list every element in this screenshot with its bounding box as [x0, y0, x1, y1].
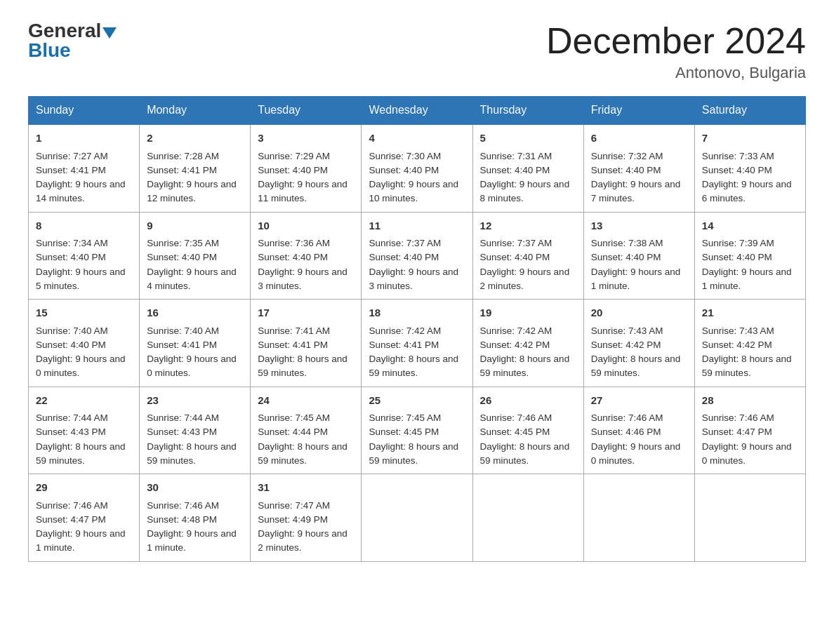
sunset-text: Sunset: 4:42 PM: [591, 338, 687, 352]
daylight-text: Daylight: 9 hours and 8 minutes.: [480, 177, 576, 206]
calendar-cell: 27Sunrise: 7:46 AMSunset: 4:46 PMDayligh…: [583, 387, 694, 474]
sunrise-text: Sunrise: 7:37 AM: [369, 236, 465, 250]
sunrise-text: Sunrise: 7:46 AM: [702, 411, 798, 425]
sunset-text: Sunset: 4:42 PM: [702, 338, 798, 352]
daylight-text: Daylight: 9 hours and 6 minutes.: [702, 177, 798, 206]
day-number: 23: [147, 393, 243, 409]
calendar-cell: 28Sunrise: 7:46 AMSunset: 4:47 PMDayligh…: [694, 387, 805, 474]
calendar-body: 1Sunrise: 7:27 AMSunset: 4:41 PMDaylight…: [29, 124, 806, 561]
sunrise-text: Sunrise: 7:44 AM: [147, 411, 243, 425]
calendar-cell: 2Sunrise: 7:28 AMSunset: 4:41 PMDaylight…: [140, 124, 251, 212]
logo-blue-line: Blue: [28, 41, 71, 60]
sunset-text: Sunset: 4:41 PM: [147, 338, 243, 352]
daylight-text: Daylight: 9 hours and 0 minutes.: [702, 440, 798, 469]
sunrise-text: Sunrise: 7:40 AM: [36, 324, 132, 338]
calendar-cell: 15Sunrise: 7:40 AMSunset: 4:40 PMDayligh…: [29, 300, 140, 387]
day-number: 18: [369, 305, 465, 321]
daylight-text: Daylight: 8 hours and 59 minutes.: [702, 352, 798, 381]
calendar-header: Sunday Monday Tuesday Wednesday Thursday…: [29, 97, 806, 125]
daylight-text: Daylight: 9 hours and 1 minute.: [702, 265, 798, 294]
header: General Blue December 2024 Antonovo, Bul…: [28, 21, 806, 82]
day-number: 12: [480, 218, 576, 234]
month-title: December 2024: [546, 21, 806, 61]
day-number: 9: [147, 218, 243, 234]
day-number: 30: [147, 480, 243, 496]
calendar-cell: 23Sunrise: 7:44 AMSunset: 4:43 PMDayligh…: [140, 387, 251, 474]
daylight-text: Daylight: 9 hours and 5 minutes.: [36, 265, 132, 294]
calendar-week-3: 15Sunrise: 7:40 AMSunset: 4:40 PMDayligh…: [29, 300, 806, 387]
sunrise-text: Sunrise: 7:46 AM: [147, 499, 243, 513]
sunset-text: Sunset: 4:40 PM: [480, 250, 576, 264]
daylight-text: Daylight: 9 hours and 3 minutes.: [369, 265, 465, 294]
calendar-cell: 30Sunrise: 7:46 AMSunset: 4:48 PMDayligh…: [140, 474, 251, 562]
sunset-text: Sunset: 4:40 PM: [36, 250, 132, 264]
day-number: 6: [591, 130, 687, 147]
day-number: 14: [702, 218, 798, 234]
daylight-text: Daylight: 8 hours and 59 minutes.: [480, 352, 576, 381]
calendar-week-5: 29Sunrise: 7:46 AMSunset: 4:47 PMDayligh…: [29, 474, 806, 562]
sunset-text: Sunset: 4:48 PM: [147, 513, 243, 527]
header-friday: Friday: [583, 97, 694, 125]
sunrise-text: Sunrise: 7:39 AM: [702, 236, 798, 250]
calendar-cell: 11Sunrise: 7:37 AMSunset: 4:40 PMDayligh…: [362, 212, 472, 300]
day-number: 27: [591, 393, 687, 409]
daylight-text: Daylight: 9 hours and 1 minute.: [36, 527, 132, 556]
logo-general-text: General: [28, 20, 101, 41]
sunrise-text: Sunrise: 7:42 AM: [369, 324, 465, 338]
calendar-cell: 29Sunrise: 7:46 AMSunset: 4:47 PMDayligh…: [29, 474, 140, 562]
sunset-text: Sunset: 4:42 PM: [480, 338, 576, 352]
daylight-text: Daylight: 8 hours and 59 minutes.: [147, 440, 243, 469]
header-wednesday: Wednesday: [362, 97, 472, 125]
calendar-cell: 17Sunrise: 7:41 AMSunset: 4:41 PMDayligh…: [251, 300, 362, 387]
daylight-text: Daylight: 9 hours and 4 minutes.: [147, 265, 243, 294]
sunrise-text: Sunrise: 7:29 AM: [258, 149, 354, 163]
daylight-text: Daylight: 9 hours and 3 minutes.: [258, 265, 354, 294]
daylight-text: Daylight: 9 hours and 0 minutes.: [147, 352, 243, 381]
daylight-text: Daylight: 9 hours and 2 minutes.: [258, 527, 354, 556]
sunrise-text: Sunrise: 7:37 AM: [480, 236, 576, 250]
day-number: 22: [36, 393, 132, 409]
sunrise-text: Sunrise: 7:46 AM: [591, 411, 687, 425]
sunset-text: Sunset: 4:43 PM: [147, 425, 243, 439]
sunset-text: Sunset: 4:40 PM: [591, 250, 687, 264]
sunrise-text: Sunrise: 7:46 AM: [36, 499, 132, 513]
daylight-text: Daylight: 9 hours and 0 minutes.: [591, 440, 687, 469]
daylight-text: Daylight: 9 hours and 7 minutes.: [591, 177, 687, 206]
daylight-text: Daylight: 9 hours and 14 minutes.: [36, 177, 132, 206]
day-number: 10: [258, 218, 354, 234]
location: Antonovo, Bulgaria: [546, 64, 806, 82]
day-number: 28: [702, 393, 798, 409]
calendar-cell: 22Sunrise: 7:44 AMSunset: 4:43 PMDayligh…: [29, 387, 140, 474]
sunrise-text: Sunrise: 7:28 AM: [147, 149, 243, 163]
sunrise-text: Sunrise: 7:42 AM: [480, 324, 576, 338]
calendar-cell: 21Sunrise: 7:43 AMSunset: 4:42 PMDayligh…: [694, 300, 805, 387]
sunset-text: Sunset: 4:40 PM: [702, 250, 798, 264]
header-monday: Monday: [140, 97, 251, 125]
calendar-cell: 10Sunrise: 7:36 AMSunset: 4:40 PMDayligh…: [251, 212, 362, 300]
sunset-text: Sunset: 4:47 PM: [702, 425, 798, 439]
sunrise-text: Sunrise: 7:27 AM: [36, 149, 132, 163]
day-number: 15: [36, 305, 132, 321]
day-number: 26: [480, 393, 576, 409]
day-number: 8: [36, 218, 132, 234]
header-thursday: Thursday: [472, 97, 583, 125]
calendar-cell: 6Sunrise: 7:32 AMSunset: 4:40 PMDaylight…: [583, 124, 694, 212]
calendar-week-2: 8Sunrise: 7:34 AMSunset: 4:40 PMDaylight…: [29, 212, 806, 300]
daylight-text: Daylight: 9 hours and 2 minutes.: [480, 265, 576, 294]
calendar-cell: 7Sunrise: 7:33 AMSunset: 4:40 PMDaylight…: [694, 124, 805, 212]
sunset-text: Sunset: 4:40 PM: [369, 163, 465, 177]
day-number: 5: [480, 130, 576, 147]
daylight-text: Daylight: 9 hours and 10 minutes.: [369, 177, 465, 206]
sunset-text: Sunset: 4:40 PM: [591, 163, 687, 177]
header-tuesday: Tuesday: [251, 97, 362, 125]
title-block: December 2024 Antonovo, Bulgaria: [546, 21, 806, 82]
sunset-text: Sunset: 4:45 PM: [369, 425, 465, 439]
day-number: 13: [591, 218, 687, 234]
daylight-text: Daylight: 8 hours and 59 minutes.: [369, 440, 465, 469]
calendar-cell: 12Sunrise: 7:37 AMSunset: 4:40 PMDayligh…: [472, 212, 583, 300]
day-number: 11: [369, 218, 465, 234]
sunset-text: Sunset: 4:40 PM: [147, 250, 243, 264]
sunrise-text: Sunrise: 7:38 AM: [591, 236, 687, 250]
sunrise-text: Sunrise: 7:43 AM: [591, 324, 687, 338]
daylight-text: Daylight: 8 hours and 59 minutes.: [36, 440, 132, 469]
